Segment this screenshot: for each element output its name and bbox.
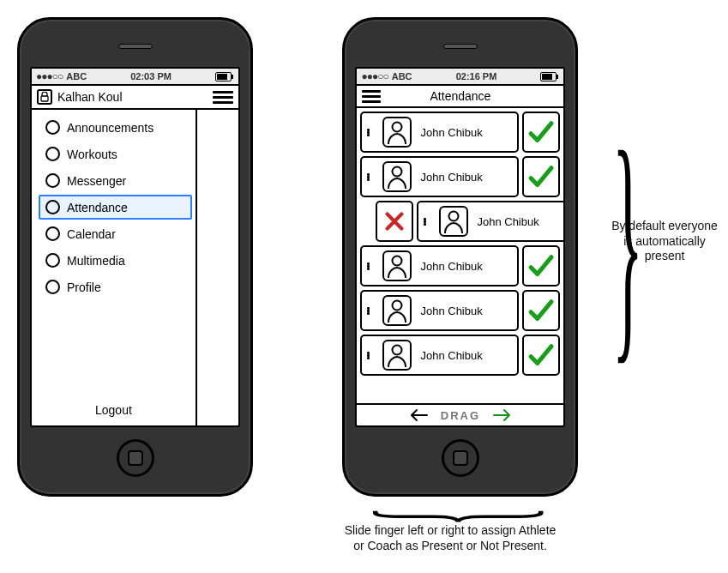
- radio-icon: [45, 253, 60, 268]
- present-icon: [522, 335, 560, 376]
- attendance-row[interactable]: John Chibuk: [360, 290, 560, 331]
- attendance-header: Attendance: [357, 86, 563, 108]
- person-card[interactable]: John Chibuk: [360, 112, 519, 153]
- sidebar-item-messenger[interactable]: Messenger: [39, 168, 192, 193]
- avatar-icon: [382, 250, 412, 281]
- logout-label: Logout: [95, 403, 132, 417]
- sidebar-header: Kalhan Koul: [32, 86, 238, 110]
- arrow-right-icon: [492, 408, 511, 422]
- attendance-list: John ChibukJohn ChibukJohn ChibukJohn Ch…: [357, 108, 563, 403]
- screen-left: ●●●○○ ABC 02:03 PM Kalhan Koul Announcem…: [30, 67, 240, 427]
- clock-label: 02:16 PM: [456, 71, 497, 81]
- person-card[interactable]: John Chibuk: [360, 290, 519, 331]
- status-bar: ●●●○○ ABC 02:03 PM: [32, 69, 238, 86]
- annotation-bottom: Slide finger left or right to assign Ath…: [343, 523, 557, 553]
- person-card[interactable]: John Chibuk: [417, 201, 563, 242]
- sidebar-menu: AnnouncementsWorkoutsMessengerAttendance…: [32, 110, 238, 425]
- signal-dots-icon: ●●●○○: [36, 70, 63, 82]
- user-name-label: Kalhan Koul: [57, 90, 123, 104]
- phone-frame-right: ●●●○○ ABC 02:16 PM Attendance John Chibu…: [342, 17, 578, 497]
- screen-right: ●●●○○ ABC 02:16 PM Attendance John Chibu…: [355, 67, 565, 427]
- svg-point-9: [449, 212, 459, 221]
- person-name-label: John Chibuk: [477, 215, 538, 228]
- svg-rect-5: [557, 75, 558, 79]
- avatar-icon: [382, 161, 412, 192]
- annotation-right: By default everyone is automatically pre…: [609, 219, 720, 264]
- avatar-icon: [382, 340, 412, 371]
- sidebar-item-label: Calendar: [67, 227, 116, 241]
- phone-speaker: [118, 44, 153, 49]
- home-button[interactable]: [442, 439, 479, 477]
- attendance-row[interactable]: John Chibuk: [360, 335, 560, 376]
- attendance-row[interactable]: John Chibuk: [360, 112, 560, 153]
- carrier-label: ABC: [392, 71, 412, 81]
- avatar-icon: [382, 295, 412, 326]
- person-name-label: John Chibuk: [420, 305, 482, 317]
- drag-handle-icon[interactable]: [367, 129, 372, 136]
- person-name-label: John Chibuk: [420, 260, 482, 273]
- drag-handle-icon[interactable]: [367, 173, 372, 181]
- status-bar: ●●●○○ ABC 02:16 PM: [357, 69, 563, 86]
- hamburger-icon[interactable]: [213, 91, 233, 104]
- home-button[interactable]: [117, 439, 154, 477]
- person-name-label: John Chibuk: [420, 171, 482, 184]
- present-icon: [522, 156, 560, 197]
- sidebar-item-label: Profile: [67, 280, 101, 294]
- arrow-left-icon: [410, 408, 429, 422]
- absent-icon: [376, 201, 413, 242]
- lock-icon: [37, 89, 52, 105]
- svg-point-12: [393, 346, 402, 355]
- attendance-row[interactable]: John Chibuk: [360, 156, 560, 197]
- radio-icon: [45, 173, 60, 188]
- drag-handle-icon[interactable]: [424, 218, 429, 226]
- drag-label: DRAG: [441, 409, 480, 422]
- sidebar-item-label: Announcements: [67, 121, 153, 135]
- radio-icon: [45, 147, 60, 161]
- svg-point-8: [393, 167, 402, 177]
- person-card[interactable]: John Chibuk: [360, 156, 519, 197]
- radio-icon: [45, 200, 60, 214]
- person-name-label: John Chibuk: [420, 126, 482, 139]
- battery-icon: [215, 72, 234, 81]
- phone-frame-left: ●●●○○ ABC 02:03 PM Kalhan Koul Announcem…: [17, 17, 253, 497]
- sidebar-item-attendance[interactable]: Attendance: [39, 195, 192, 220]
- sidebar-item-announcements[interactable]: Announcements: [39, 115, 192, 140]
- battery-icon: [540, 72, 559, 81]
- radio-icon: [45, 226, 60, 241]
- sidebar-item-calendar[interactable]: Calendar: [39, 221, 192, 246]
- hamburger-icon[interactable]: [362, 90, 381, 103]
- avatar-icon: [382, 117, 412, 148]
- avatar-icon: [439, 206, 468, 237]
- drag-handle-icon[interactable]: [367, 307, 372, 315]
- logout-button[interactable]: Logout: [32, 395, 197, 425]
- carrier-label: ABC: [66, 71, 87, 81]
- svg-point-11: [393, 301, 402, 311]
- page-title: Attendance: [430, 89, 491, 103]
- svg-rect-2: [217, 74, 227, 80]
- svg-point-10: [393, 256, 402, 266]
- attendance-row[interactable]: John Chibuk: [360, 245, 560, 286]
- sidebar-item-label: Multimedia: [67, 254, 125, 268]
- sidebar-item-label: Workouts: [67, 148, 117, 161]
- sidebar-item-workouts[interactable]: Workouts: [39, 142, 192, 166]
- svg-rect-3: [41, 96, 48, 101]
- present-icon: [522, 245, 560, 286]
- present-icon: [522, 290, 560, 331]
- drag-handle-icon[interactable]: [367, 352, 372, 359]
- radio-icon: [45, 280, 60, 294]
- svg-point-7: [393, 123, 402, 132]
- sidebar-item-label: Attendance: [67, 201, 128, 214]
- person-card[interactable]: John Chibuk: [360, 245, 519, 286]
- radio-icon: [45, 120, 60, 135]
- signal-dots-icon: ●●●○○: [361, 70, 388, 82]
- sidebar-item-profile[interactable]: Profile: [39, 274, 192, 299]
- drag-hint-bar: DRAG: [357, 403, 563, 425]
- person-card[interactable]: John Chibuk: [360, 335, 519, 376]
- person-name-label: John Chibuk: [420, 349, 482, 362]
- phone-speaker: [443, 44, 478, 49]
- attendance-row[interactable]: John Chibuk: [376, 201, 563, 242]
- present-icon: [522, 112, 560, 153]
- sidebar-item-multimedia[interactable]: Multimedia: [39, 248, 192, 273]
- drag-handle-icon[interactable]: [367, 262, 372, 270]
- clock-label: 02:03 PM: [130, 71, 171, 81]
